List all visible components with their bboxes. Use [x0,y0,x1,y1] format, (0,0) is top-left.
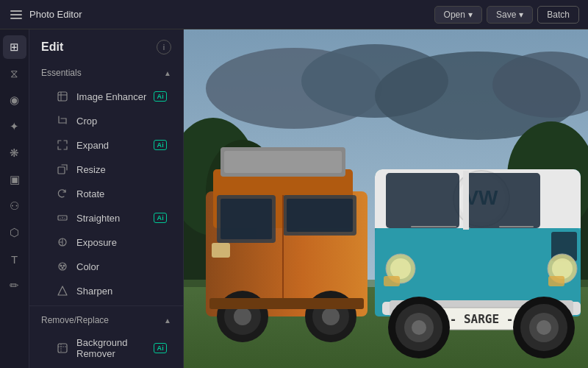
clone-icon[interactable]: ⬡ [3,221,26,244]
menu-button[interactable] [9,9,24,21]
image-enhancer-label: Image Enhancer [76,91,146,102]
tool-item-sharpen[interactable]: Sharpen [34,279,179,302]
svg-rect-75 [548,276,564,286]
svg-point-73 [552,258,573,279]
tool-item-straighten[interactable]: Straighten Ai [34,206,179,230]
expand-label: Expand [76,140,146,151]
svg-rect-55 [463,171,469,230]
layers-icon[interactable]: ⊞ [3,35,26,59]
text-icon[interactable]: T [3,247,26,271]
svg-point-43 [322,308,340,325]
svg-point-65 [412,320,426,335]
save-button[interactable]: Save ▾ [487,6,533,24]
svg-point-10 [60,265,62,267]
essentials-section-header[interactable]: Essentials ▲ [29,62,183,84]
svg-rect-3 [58,167,65,174]
remove-replace-label: Remove/Replace [41,315,109,325]
svg-point-12 [62,267,64,269]
svg-rect-13 [58,344,67,353]
tool-item-cutout[interactable]: Cutout [34,365,179,368]
background-remover-icon [56,342,69,355]
straighten-ai-badge: Ai [154,213,167,223]
topbar: Photo Editor Open ▾ Save ▾ Batch [0,0,588,29]
tool-item-exposure[interactable]: Exposure [34,230,179,254]
eye-icon[interactable]: ◉ [3,88,26,112]
exposure-label: Exposure [76,237,167,248]
info-icon[interactable]: i [157,40,171,54]
tool-item-color[interactable]: Color [34,255,179,278]
svg-point-11 [63,265,65,267]
tool-item-expand[interactable]: Expand Ai [34,133,179,157]
background-remover-label: Background Remover [76,337,146,359]
chevron-down-icon: ▾ [468,10,473,20]
tool-item-crop[interactable]: Crop [34,109,179,132]
chevron-down-icon: ▾ [519,10,523,20]
straighten-icon [56,211,69,224]
sticker-icon[interactable]: ❋ [3,141,26,165]
svg-point-71 [390,258,411,279]
svg-rect-0 [58,92,67,101]
straighten-label: Straighten [76,213,146,224]
adjustments-icon[interactable]: ⧖ [3,62,26,85]
color-label: Color [76,261,167,272]
tool-item-resize[interactable]: Resize [34,158,179,181]
sharpen-label: Sharpen [76,286,167,297]
remove-replace-chevron: ▲ [164,316,171,325]
expand-icon [56,138,69,152]
svg-point-40 [234,308,251,325]
panel-title: Edit [41,40,63,54]
people-icon[interactable]: ⚇ [3,194,26,218]
exposure-icon [56,236,69,249]
essentials-label: Essentials [41,68,82,78]
sparkle-icon[interactable]: ✦ [3,115,26,138]
svg-point-69 [537,320,551,335]
svg-rect-53 [386,173,459,228]
canvas-area[interactable]: VW - SARGE - [184,29,588,368]
rotate-label: Rotate [76,188,167,199]
svg-rect-36 [287,199,353,232]
rotate-icon [56,187,69,200]
svg-rect-32 [224,151,342,173]
svg-text:- SARGE -: - SARGE - [450,312,514,326]
open-button[interactable]: Open ▾ [434,6,482,24]
essentials-chevron: ▲ [164,69,171,77]
crop-icon [56,114,69,127]
main-layout: ⊞ ⧖ ◉ ✦ ❋ ▣ ⚇ ⬡ T ✏ Edit i Essentials ▲ [0,29,588,368]
section-divider [29,305,183,306]
topbar-right: Open ▾ Save ▾ Batch [434,6,579,24]
tool-item-rotate[interactable]: Rotate [34,182,179,205]
tool-item-background-remover[interactable]: Background Remover Ai [34,332,179,364]
app-title: Photo Editor [29,9,82,20]
svg-rect-74 [384,276,400,286]
color-icon [56,260,69,273]
remove-replace-section-header[interactable]: Remove/Replace ▲ [29,309,183,331]
draw-icon[interactable]: ✏ [3,274,26,297]
sharpen-icon [56,284,69,297]
topbar-left: Photo Editor [9,9,82,21]
batch-button[interactable]: Batch [537,6,579,24]
resize-label: Resize [76,164,167,175]
resize-icon [56,163,69,176]
svg-rect-34 [220,199,272,239]
background-remover-ai-badge: Ai [154,343,167,353]
svg-rect-45 [212,243,230,258]
tool-item-image-enhancer[interactable]: Image Enhancer Ai [34,85,179,108]
expand-ai-badge: Ai [154,140,167,150]
svg-rect-54 [467,173,540,228]
frames-icon[interactable]: ▣ [3,168,26,191]
image-enhancer-icon [56,90,69,103]
icon-sidebar: ⊞ ⧖ ◉ ✦ ❋ ▣ ⚇ ⬡ T ✏ [0,29,29,368]
svg-rect-44 [209,298,364,309]
crop-label: Crop [76,116,167,127]
tools-panel: Edit i Essentials ▲ Image Enhancer Ai [29,29,184,368]
panel-header: Edit i [29,29,183,62]
image-enhancer-ai-badge: Ai [154,91,167,102]
